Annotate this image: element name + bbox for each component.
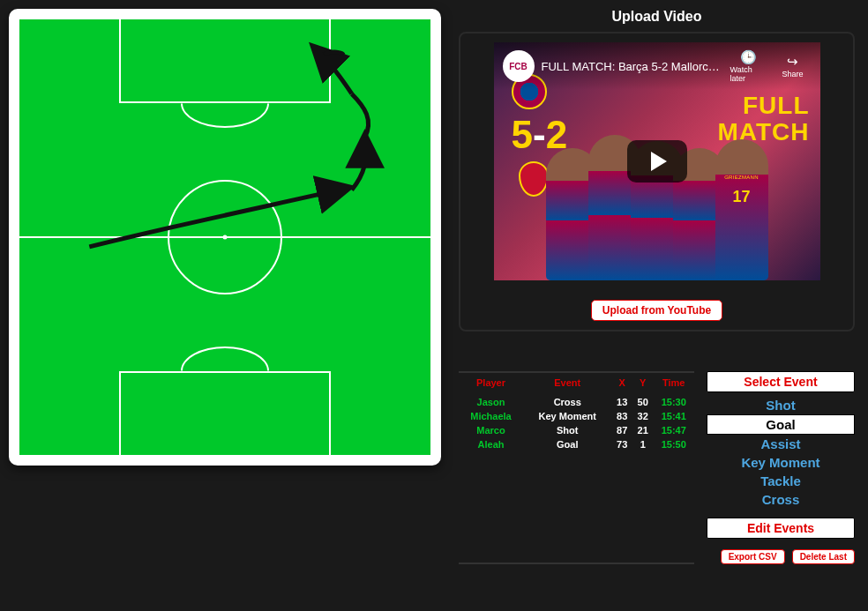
cell-time: 15:41 bbox=[653, 409, 694, 423]
table-row[interactable]: MarcoShot872115:47 bbox=[459, 423, 694, 437]
upload-youtube-button[interactable]: Upload from YouTube bbox=[591, 300, 722, 321]
watch-later-button[interactable]: 🕒 Watch later bbox=[730, 49, 767, 83]
pitch-card bbox=[9, 9, 441, 466]
cell-y: 21 bbox=[632, 423, 654, 437]
event-option-assist[interactable]: Assist bbox=[707, 435, 855, 453]
col-time: Time bbox=[653, 373, 694, 395]
video-title: FULL MATCH: Barça 5-2 Mallorca (... bbox=[542, 60, 723, 73]
cell-player: Michaela bbox=[459, 409, 523, 423]
cell-time: 15:47 bbox=[653, 423, 694, 437]
cell-x: 83 bbox=[611, 409, 632, 423]
video-box: FCB FULL MATCH: Barça 5-2 Mallorca (... … bbox=[459, 32, 855, 332]
share-button[interactable]: ↪ Share bbox=[774, 54, 812, 78]
event-option-key-moment[interactable]: Key Moment bbox=[707, 453, 855, 472]
events-table: Player Event X Y Time JasonCross135015:3… bbox=[459, 371, 694, 564]
cell-event: Shot bbox=[523, 423, 611, 437]
video-thumbnail[interactable]: FCB FULL MATCH: Barça 5-2 Mallorca (... … bbox=[494, 42, 820, 280]
cell-event: Cross bbox=[523, 395, 611, 409]
clock-icon: 🕒 bbox=[741, 49, 757, 65]
cell-event: Goal bbox=[523, 437, 611, 451]
cell-time: 15:50 bbox=[653, 437, 694, 451]
table-row[interactable]: AleahGoal73115:50 bbox=[459, 437, 694, 451]
event-option-tackle[interactable]: Tackle bbox=[707, 472, 855, 490]
cell-player: Jason bbox=[459, 395, 523, 409]
cell-y: 32 bbox=[632, 409, 654, 423]
edit-events-header: Edit Events bbox=[707, 518, 855, 539]
cell-event: Key Moment bbox=[523, 409, 611, 423]
event-option-shot[interactable]: Shot bbox=[707, 396, 855, 414]
col-player: Player bbox=[459, 373, 523, 395]
share-icon: ↪ bbox=[785, 54, 801, 70]
table-row[interactable]: MichaelaKey Moment833215:41 bbox=[459, 409, 694, 423]
col-x: X bbox=[611, 373, 632, 395]
cell-time: 15:30 bbox=[653, 395, 694, 409]
col-y: Y bbox=[632, 373, 654, 395]
score-overlay: 5-2 bbox=[512, 113, 568, 157]
cell-x: 13 bbox=[611, 395, 632, 409]
cell-player: Marco bbox=[459, 423, 523, 437]
col-event: Event bbox=[523, 373, 611, 395]
event-option-cross[interactable]: Cross bbox=[707, 490, 855, 509]
overlay-text-full: FULL bbox=[743, 92, 810, 120]
table-row[interactable]: JasonCross135015:30 bbox=[459, 395, 694, 409]
cell-x: 73 bbox=[611, 437, 632, 451]
cell-player: Aleah bbox=[459, 437, 523, 451]
soccer-pitch[interactable] bbox=[18, 18, 432, 457]
select-event-header: Select Event bbox=[707, 371, 855, 392]
cell-x: 87 bbox=[611, 423, 632, 437]
cell-y: 50 bbox=[632, 395, 654, 409]
upload-title: Upload Video bbox=[459, 9, 855, 25]
event-option-goal[interactable]: Goal bbox=[707, 414, 855, 435]
play-button[interactable] bbox=[627, 140, 687, 183]
channel-avatar: FCB bbox=[503, 50, 535, 82]
cell-y: 1 bbox=[632, 437, 654, 451]
delete-last-button[interactable]: Delete Last bbox=[792, 549, 855, 564]
export-csv-button[interactable]: Export CSV bbox=[721, 549, 785, 564]
